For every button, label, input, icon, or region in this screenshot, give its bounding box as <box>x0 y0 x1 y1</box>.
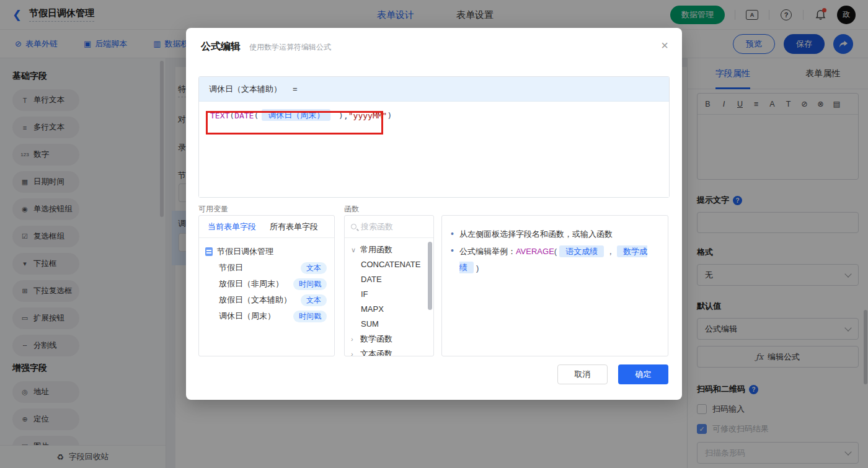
tab-current-form-fields[interactable]: 当前表单字段 <box>208 221 256 232</box>
field-type-badge: 文本 <box>301 294 327 306</box>
formula-line: TEXT(DATE(调休日（周末） ),"yyyyMM") <box>210 110 392 121</box>
modal-footer: 取消 确定 <box>557 364 668 384</box>
field-chip[interactable]: 语文成绩 <box>559 245 604 257</box>
function-search[interactable]: 搜索函数 <box>345 216 433 238</box>
formula-token: ) <box>387 111 392 120</box>
formula-token: "yyyyMM" <box>348 111 388 120</box>
formula-editor: 调休日（文本辅助） = TEXT(DATE(调休日（周末） ),"yyyyMM"… <box>198 76 670 198</box>
function-item-MAPX[interactable]: MAPX <box>351 302 433 317</box>
variable-field-row[interactable]: 放假日（非周末）时间戳 <box>205 276 328 292</box>
functions-pane: 搜索函数 ∨常用函数CONCATENATEDATEIFMAPXSUM›数学函数›… <box>344 215 434 356</box>
help-example: 公式编辑举例：AVERAGE(语文成绩，数学成绩) <box>451 242 659 276</box>
formula-token: , <box>343 111 348 120</box>
function-group-common[interactable]: ∨常用函数 <box>351 242 433 257</box>
modal-header: 公式编辑 使用数学运算符编辑公式 <box>201 40 331 53</box>
formula-token: ( <box>254 111 259 120</box>
function-item-DATE[interactable]: DATE <box>351 272 433 287</box>
chevron-expanded-icon: ∨ <box>351 246 356 254</box>
formula-token: ) <box>476 263 479 272</box>
variables-pane: 当前表单字段 所有表单字段 节假日调休管理 节假日文本放假日（非周末）时间戳放假… <box>198 215 335 356</box>
formula-input-area[interactable]: TEXT(DATE(调休日（周末） ),"yyyyMM") <box>199 102 669 197</box>
variable-field-row[interactable]: 调休日（周末）时间戳 <box>205 308 328 324</box>
formula-target-strip: 调休日（文本辅助） = <box>199 77 669 102</box>
help-tip: 从左侧面板选择字段名和函数，或输入函数 <box>451 226 659 242</box>
formula-editor-modal: × 公式编辑 使用数学运算符编辑公式 调休日（文本辅助） = TEXT(DATE… <box>186 28 682 400</box>
chevron-collapsed-icon: › <box>351 350 356 356</box>
modal-title: 公式编辑 <box>201 40 241 53</box>
field-type-badge: 时间戳 <box>293 311 327 322</box>
field-type-badge: 文本 <box>301 262 327 274</box>
function-group-文本函数[interactable]: ›文本函数 <box>351 347 433 356</box>
variable-field-row[interactable]: 放假日（文本辅助）文本 <box>205 292 328 308</box>
function-item-IF[interactable]: IF <box>351 287 433 302</box>
function-group-数学函数[interactable]: ›数学函数 <box>351 332 433 347</box>
formula-token: TEXT <box>210 111 229 120</box>
formula-token: ( <box>229 111 234 120</box>
field-type-badge: 时间戳 <box>293 278 327 290</box>
modal-subtitle: 使用数学运算符编辑公式 <box>249 42 331 53</box>
chevron-collapsed-icon: › <box>351 335 356 343</box>
variable-field-row[interactable]: 节假日文本 <box>205 260 328 276</box>
function-list: ∨常用函数CONCATENATEDATEIFMAPXSUM›数学函数›文本函数 <box>345 238 433 356</box>
variables-tabs: 当前表单字段 所有表单字段 <box>199 216 334 238</box>
search-placeholder: 搜索函数 <box>361 221 393 232</box>
formula-token: DATE <box>234 111 254 120</box>
confirm-button[interactable]: 确定 <box>618 364 668 384</box>
formula-token: ( <box>554 247 557 256</box>
formula-token: 公式编辑举例： <box>459 247 516 256</box>
form-tree-root[interactable]: 节假日调休管理 <box>205 244 328 260</box>
variable-fields: 节假日文本放假日（非周末）时间戳放假日（文本辅助）文本调休日（周末）时间戳 <box>205 260 328 324</box>
formula-token: AVERAGE <box>516 247 554 256</box>
variables-tree: 节假日调休管理 节假日文本放假日（非周末）时间戳放假日（文本辅助）文本调休日（周… <box>199 238 334 330</box>
equals-sign: = <box>293 84 298 94</box>
search-icon <box>351 224 356 229</box>
formula-token: ， <box>606 247 614 256</box>
help-pane: 从左侧面板选择字段名和函数，或输入函数 公式编辑举例：AVERAGE(语文成绩，… <box>441 215 668 356</box>
formula-target-field: 调休日（文本辅助） <box>209 84 281 95</box>
variables-label: 可用变量 <box>198 204 228 214</box>
function-item-SUM[interactable]: SUM <box>351 317 433 332</box>
tab-all-form-fields[interactable]: 所有表单字段 <box>270 221 318 232</box>
function-item-CONCATENATE[interactable]: CONCATENATE <box>351 257 433 272</box>
close-icon[interactable]: × <box>661 39 668 51</box>
cancel-button[interactable]: 取消 <box>557 364 608 384</box>
function-list-scrollbar[interactable] <box>428 242 432 310</box>
functions-label: 函数 <box>344 204 359 214</box>
field-chip[interactable]: 调休日（周末） <box>262 109 330 121</box>
formula-token: ) <box>334 111 343 120</box>
document-icon <box>205 247 213 256</box>
